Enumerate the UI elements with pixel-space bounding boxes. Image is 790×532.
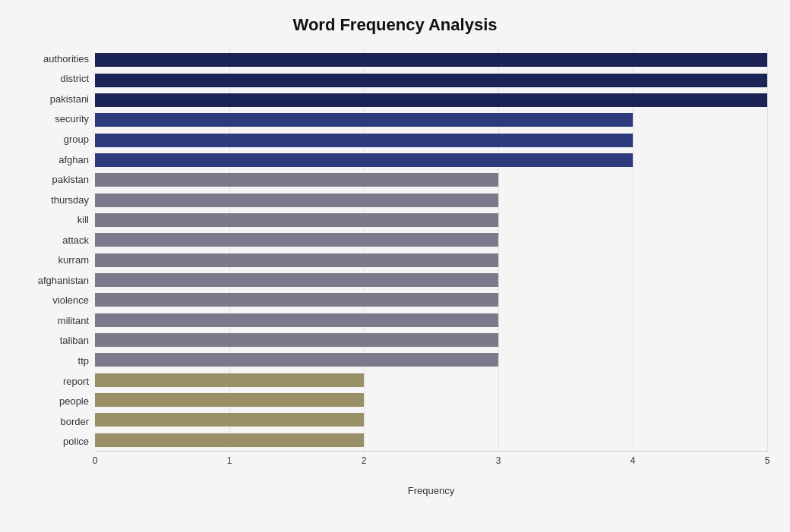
- bar-row: [95, 150, 767, 170]
- bar: [95, 273, 498, 287]
- bar-row: [95, 70, 767, 90]
- bar-row: [95, 430, 767, 450]
- chart-plot: 012345 Frequency: [95, 49, 767, 474]
- bar: [95, 333, 498, 347]
- x-axis-label-container: Frequency: [95, 483, 767, 497]
- bar: [95, 53, 767, 67]
- y-label: police: [63, 436, 89, 446]
- y-label: border: [60, 417, 89, 427]
- bar: [95, 393, 364, 407]
- bar: [95, 74, 767, 87]
- bar: [95, 194, 498, 207]
- y-label: attack: [62, 235, 89, 245]
- y-label: security: [55, 114, 89, 124]
- bar: [95, 353, 498, 367]
- chart-area: authoritiesdistrictpakistanisecuritygrou…: [23, 49, 767, 474]
- bar: [95, 93, 767, 107]
- bar-row: [95, 170, 767, 190]
- bar: [95, 373, 364, 387]
- bar-row: [95, 190, 767, 209]
- bar-row: [95, 330, 767, 350]
- chart-container: Word Frequency Analysis authoritiesdistr…: [0, 0, 790, 532]
- bar-row: [95, 90, 767, 110]
- y-axis-labels: authoritiesdistrictpakistanisecuritygrou…: [23, 49, 95, 474]
- bar: [95, 253, 498, 267]
- bar-row: [95, 110, 767, 130]
- y-label: pakistan: [52, 175, 89, 184]
- bar-row: [95, 270, 767, 290]
- x-tick: 4: [630, 455, 636, 466]
- bar: [95, 173, 498, 187]
- bar-row: [95, 390, 767, 410]
- y-label: kill: [77, 215, 89, 225]
- bar-row: [95, 50, 767, 70]
- grid-line: [767, 49, 768, 452]
- y-label: report: [63, 376, 89, 386]
- bar-row: [95, 350, 767, 370]
- bar-row: [95, 290, 767, 310]
- bar: [95, 134, 633, 147]
- bar: [95, 233, 498, 247]
- bar-row: [95, 230, 767, 250]
- y-label: group: [64, 134, 89, 144]
- y-label: kurram: [58, 255, 89, 265]
- y-label: taliban: [60, 335, 89, 345]
- bar: [95, 313, 498, 327]
- bar-row: [95, 370, 767, 390]
- y-label: ttp: [78, 356, 89, 366]
- x-axis: 012345: [95, 452, 767, 474]
- y-label: militant: [58, 316, 89, 326]
- y-label: authorities: [43, 54, 89, 64]
- y-label: district: [60, 74, 89, 83]
- y-label: afghan: [58, 155, 89, 165]
- bar: [95, 153, 633, 167]
- bar-row: [95, 310, 767, 329]
- bar: [95, 113, 633, 127]
- x-tick: 5: [765, 455, 770, 466]
- y-label: violence: [52, 295, 89, 305]
- y-label: pakistani: [50, 94, 89, 104]
- x-tick: 1: [227, 455, 232, 466]
- bar: [95, 293, 498, 307]
- bar-row: [95, 250, 767, 269]
- bar: [95, 413, 364, 427]
- y-label: thursday: [51, 195, 89, 205]
- bars-area: 012345 Frequency: [95, 49, 767, 474]
- x-axis-label: Frequency: [408, 482, 454, 496]
- y-label: afghanistan: [38, 275, 89, 285]
- bar-row: [95, 210, 767, 230]
- bar: [95, 213, 498, 227]
- bar: [95, 433, 364, 447]
- chart-title: Word Frequency Analysis: [23, 15, 767, 35]
- bar-row: [95, 410, 767, 430]
- bar-row: [95, 130, 767, 150]
- x-tick: 3: [496, 455, 501, 466]
- x-tick: 2: [362, 455, 367, 466]
- x-tick: 0: [93, 455, 98, 466]
- y-label: people: [59, 396, 89, 406]
- bars-wrapper: [95, 49, 767, 452]
